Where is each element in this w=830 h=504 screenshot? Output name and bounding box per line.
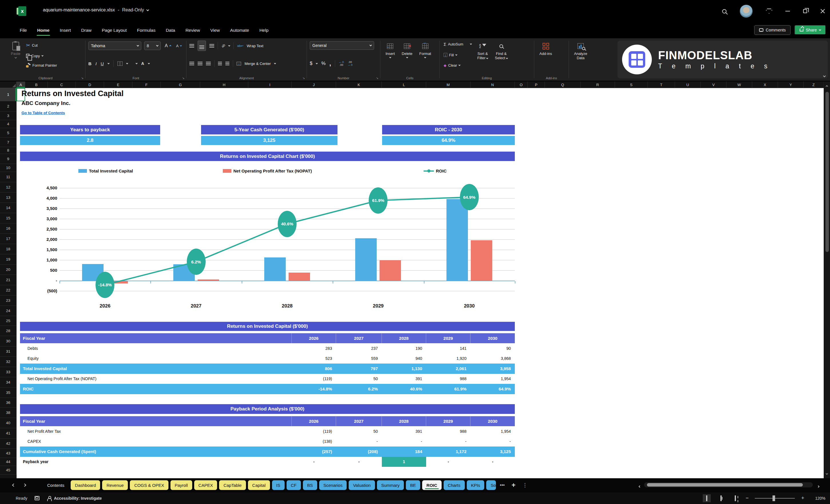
menu-tab-review[interactable]: Review: [181, 26, 204, 35]
roic-table-header-year-2027[interactable]: 2027: [336, 333, 382, 343]
horizontal-scrollbar[interactable]: [644, 482, 813, 487]
font-name-select[interactable]: Tahoma: [88, 41, 141, 50]
column-header-Z[interactable]: Z: [804, 82, 824, 88]
vertical-scrollbar[interactable]: [824, 82, 830, 478]
row-header-32[interactable]: 32: [0, 357, 17, 367]
autosum-button[interactable]: ΣAutoSum: [443, 41, 473, 47]
roic-table-cell-2-3[interactable]: 2,061: [426, 364, 471, 374]
row-header-12[interactable]: 12: [0, 182, 17, 192]
kpi-label-0[interactable]: Years to payback: [20, 125, 160, 134]
align-left-button[interactable]: [189, 62, 194, 62]
row-header-38[interactable]: 38: [0, 408, 17, 418]
menu-tab-formulas[interactable]: Formulas: [133, 26, 160, 35]
alignment-dialog-launcher[interactable]: ↘: [302, 76, 305, 80]
row-header-10[interactable]: 10: [0, 164, 17, 172]
align-top-button[interactable]: [189, 44, 194, 44]
sheet-tab-contents[interactable]: Contents: [43, 480, 69, 490]
italic-button[interactable]: I: [96, 61, 97, 66]
payback-table-header-label[interactable]: Fiscal Year: [20, 416, 292, 426]
row-header-11[interactable]: 11: [0, 172, 17, 182]
row-header-7[interactable]: 7: [0, 137, 17, 147]
sheet-tab-summary[interactable]: Summary: [377, 480, 404, 490]
select-all-corner[interactable]: [0, 82, 17, 88]
underline-dropdown-icon[interactable]: [107, 62, 109, 64]
roic-table-cell-2-1[interactable]: 797: [336, 364, 382, 374]
column-header-Y[interactable]: Y: [778, 82, 804, 88]
payback-table-header-year-2026[interactable]: 2026: [292, 416, 336, 426]
zoom-slider-thumb[interactable]: [772, 496, 775, 501]
roic-table-cell-1-1[interactable]: 559: [336, 353, 382, 364]
roic-table-row-label-4[interactable]: ROIC: [20, 384, 292, 394]
user-avatar[interactable]: [740, 5, 753, 18]
title-dropdown-icon[interactable]: [147, 8, 149, 11]
row-header-2[interactable]: 2: [0, 101, 17, 112]
row-header-41[interactable]: 41: [0, 428, 17, 439]
orientation-dropdown-icon[interactable]: [228, 44, 230, 46]
roic-table-cell-0-3[interactable]: 141: [426, 343, 471, 353]
kpi-label-1[interactable]: 5-Year Cash Generated ($'000): [201, 125, 338, 134]
align-center-button[interactable]: [198, 62, 202, 62]
kpi-value-2[interactable]: 64.9%: [382, 136, 515, 145]
menu-tab-view[interactable]: View: [206, 26, 224, 35]
payback-table-cell-1-4[interactable]: -: [471, 437, 515, 447]
delete-cells-button[interactable]: ✕ Delete: [400, 41, 415, 60]
analyze-data-button[interactable]: AnalyzeData: [572, 41, 589, 61]
row-header-20[interactable]: 20: [0, 264, 17, 275]
row-header-18[interactable]: 18: [0, 244, 17, 254]
row-header-36[interactable]: 36: [0, 398, 17, 408]
sheet-tab-cogs-opex[interactable]: COGS & OPEX: [130, 480, 168, 490]
prev-sheet-arrow[interactable]: [12, 483, 15, 486]
roic-table-cell-4-1[interactable]: 6.2%: [336, 384, 382, 394]
roic-table-cell-0-1[interactable]: 237: [336, 343, 382, 353]
zoom-slider[interactable]: [755, 498, 795, 499]
row-header-21[interactable]: 21: [0, 275, 17, 285]
font-dialog-launcher[interactable]: ↘: [182, 76, 185, 80]
payback-table-cell-2-1[interactable]: (208): [336, 446, 382, 457]
fill-button[interactable]: ↓Fill: [443, 52, 473, 58]
column-header-X[interactable]: X: [752, 82, 778, 88]
sheet-tab-be[interactable]: BE: [406, 480, 420, 490]
kpi-value-1[interactable]: 3,125: [201, 136, 338, 145]
column-header-N[interactable]: N: [471, 82, 515, 88]
row-header-22[interactable]: 22: [0, 285, 17, 295]
payback-table-cell-0-2[interactable]: 391: [382, 426, 426, 437]
row-header-33[interactable]: 33: [0, 367, 17, 377]
decrease-decimal-button[interactable]: .00→.0: [348, 61, 352, 66]
row-header-28[interactable]: 28: [0, 326, 17, 336]
column-header-G[interactable]: G: [161, 82, 200, 88]
row-header-43[interactable]: 43: [0, 449, 17, 458]
payback-table-cell-1-1[interactable]: -: [336, 437, 382, 447]
roic-table-cell-3-4[interactable]: 1,954: [471, 374, 515, 384]
find-select-button[interactable]: Find &Select: [492, 41, 510, 61]
row-header-31[interactable]: 31: [0, 346, 17, 357]
column-header-Q[interactable]: Q: [545, 82, 581, 88]
roic-table-header-year-2026[interactable]: 2026: [292, 333, 336, 343]
column-header-O[interactable]: O: [515, 82, 528, 88]
column-header-B[interactable]: B: [25, 82, 48, 88]
roic-table-cell-3-0[interactable]: (119): [292, 374, 336, 384]
sheet-tab-cf[interactable]: CF: [287, 480, 301, 490]
align-bottom-button[interactable]: [210, 44, 214, 44]
font-color-button[interactable]: A: [141, 62, 144, 65]
row-header-45[interactable]: 45: [0, 466, 17, 475]
align-right-button[interactable]: [206, 62, 211, 62]
column-header-D[interactable]: D: [76, 82, 104, 88]
underline-button[interactable]: U: [101, 61, 104, 66]
add-sheet-button[interactable]: +: [512, 481, 516, 489]
payback-table-cell-2-3[interactable]: 1,172: [426, 446, 471, 457]
sheet-options-button[interactable]: ⋮: [522, 482, 528, 488]
roic-table-header-year-2028[interactable]: 2028: [382, 333, 426, 343]
roic-table-cell-4-4[interactable]: 64.9%: [471, 384, 515, 394]
sheet-tab-payroll[interactable]: Payroll: [170, 480, 192, 490]
column-header-T[interactable]: T: [648, 82, 675, 88]
bold-button[interactable]: B: [88, 61, 92, 66]
column-header-W[interactable]: W: [727, 82, 752, 88]
row-header-3[interactable]: 3: [0, 112, 17, 120]
roic-table-cell-1-3[interactable]: 1,920: [426, 353, 471, 364]
column-header-V[interactable]: V: [701, 82, 727, 88]
row-header-24[interactable]: 24: [0, 306, 17, 316]
row-header-19[interactable]: 19: [0, 254, 17, 264]
column-header-L[interactable]: L: [382, 82, 426, 88]
row-header-15[interactable]: 15: [0, 213, 17, 223]
sheet-tab-revenue[interactable]: Revenue: [102, 480, 128, 490]
